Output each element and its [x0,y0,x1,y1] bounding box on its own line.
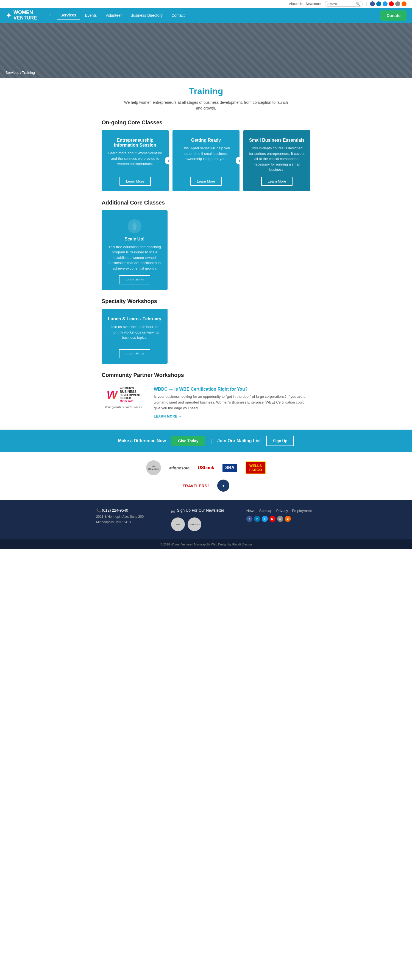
card-scale-up: Scale Up! This free education and coachi… [102,210,168,290]
additional-section-title: Additional Core Classes [102,200,310,206]
learn-more-button-2[interactable]: Learn More [261,177,292,186]
page-title: Training [124,86,288,96]
learn-more-button-1[interactable]: Learn More [190,177,222,186]
logo-text-line2: VENTURE [13,15,37,21]
separator: | [366,2,367,6]
partner-body: Is your business looking for an opportun… [154,394,310,411]
sponsors-row-2: TRAVELERS † ◆ [183,480,230,492]
footer-facebook-icon[interactable]: f [246,516,252,522]
footer-grid: 📞 (612) 224-9540 2021 E Hennepin Ave, Su… [96,508,316,531]
cta-separator: | [211,438,212,444]
ongoing-card-grid: Entrepreneurship Information Session Lea… [102,130,310,191]
logo[interactable]: ✦ WOMEN VENTURE [5,10,37,21]
arrow-icon-0: › [165,157,172,164]
wbdc-text-block: WOMEN'S BUSINESS DEVELOPMENT CENTER Minn… [120,387,141,403]
partner-headline: WBDC — Is WBE Certification Right for Yo… [154,387,310,392]
donate-button[interactable]: Donate [380,10,407,21]
footer-bottom: © 2018 WomenVenture | Minneapolis Web De… [0,539,412,549]
footer-linkedin-icon[interactable]: in [254,516,260,522]
sponsor-us-bank: USbank [198,465,214,470]
footer-youtube-icon[interactable]: ▶ [270,516,275,522]
wbdc-line2: BUSINESS [120,390,141,394]
breadcrumb-services[interactable]: Services [5,70,19,75]
badge-2: WBE STD [188,517,201,531]
breadcrumb-current: Training [22,70,35,75]
footer-col-links: News Sitemap Privacy Employment f in t ▶… [246,508,316,531]
learn-more-button-scale[interactable]: Learn More [119,275,150,285]
card-lunch-learn: Lunch & Learn - February Join us over th… [102,309,168,364]
newsroom-link[interactable]: Newsroom [306,2,322,6]
cta-text1: Make a Difference Now [118,438,166,443]
card-title-scale: Scale Up! [125,237,145,242]
footer-col-newsletter: ✉ Sign Up For Our Newsletter BBB WBE STD [171,508,241,531]
footer-email-icon[interactable]: ✉ [277,516,283,522]
twitter-icon[interactable] [383,2,388,6]
card-getting-ready: Getting Ready This 3-part series will he… [172,130,240,191]
sponsors-section: MN Chamber Minnesota USbank SBA WELLSFAR… [0,452,412,500]
nav-volunteer[interactable]: Volunteer [102,11,125,20]
linkedin-icon[interactable] [376,2,381,6]
footer-rss-icon[interactable]: ◉ [285,516,291,522]
search-input[interactable] [327,2,355,5]
partner-content: WBDC — Is WBE Certification Right for Yo… [154,387,310,418]
card-title-lunch: Lunch & Learn - February [108,317,161,321]
nav-services[interactable]: Services [57,11,80,20]
page-subtitle: We help women entrepreneurs at all stage… [124,100,288,111]
search-wrap: 🔍 [325,1,362,6]
phone-icon: 📞 [96,508,102,512]
wbdc-line4: CENTER [120,397,141,400]
email-icon[interactable] [395,2,400,6]
envelope-icon: ✉ [171,509,175,514]
facebook-icon[interactable] [370,2,375,6]
hero-people-bg [0,23,412,78]
card-desc-1: This 3-part series will help you determi… [178,145,234,172]
sponsor-wells-fargo: WELLSFARGO [246,461,266,474]
card-entrepreneurship: Entrepreneurship Information Session Lea… [102,130,169,191]
learn-more-button-0[interactable]: Learn More [120,177,151,186]
footer-news-link[interactable]: News [246,509,256,513]
about-link[interactable]: About Us [289,2,302,6]
footer-privacy-link[interactable]: Privacy [276,509,288,513]
wbdc-line1: WOMEN'S [120,387,141,390]
badge-1: BBB [171,517,185,531]
partner-learn-more-link[interactable]: LEARN MORE [154,415,182,418]
specialty-section: Specialty Workshops Lunch & Learn - Febr… [96,298,316,364]
sign-up-button[interactable]: Sign Up [266,436,294,446]
arrow-icon-1: › [236,157,243,164]
footer-col-contact: 📞 (612) 224-9540 2021 E Hennepin Ave, Su… [96,508,166,531]
give-today-button[interactable]: Give Today [171,436,205,446]
nav-home[interactable]: ⌂ [45,10,55,21]
card-desc-lunch: Join us over the lunch hour for monthly … [107,324,162,345]
card-desc-scale: This free education and coaching program… [107,244,162,271]
footer-twitter-icon[interactable]: t [262,516,268,522]
rss-icon[interactable] [402,2,407,6]
card-title-1: Getting Ready [191,138,221,143]
additional-card-grid: Scale Up! This free education and coachi… [102,210,310,290]
footer-employment-link[interactable]: Employment [292,509,312,513]
footer-social-icons: f in t ▶ ✉ ◉ [246,516,316,522]
footer-nav-links: News Sitemap Privacy Employment [246,508,316,513]
nav-events[interactable]: Events [82,11,100,20]
sponsor-minnesota: Minnesota [169,466,190,470]
footer-main: 📞 (612) 224-9540 2021 E Hennepin Ave, Su… [0,500,412,539]
learn-more-button-lunch[interactable]: Learn More [119,349,150,358]
search-icon[interactable]: 🔍 [356,2,360,6]
nav-business-directory[interactable]: Business Directory [127,11,166,20]
card-title-2: Small Business Essentials [249,138,305,143]
card-desc-2: This in-depth course is designed for ser… [249,145,305,172]
cta-banner: Make a Difference Now Give Today | Join … [0,430,412,452]
nav-contact[interactable]: Contact [168,11,188,20]
footer-newsletter-label: Sign Up For Our Newsletter [177,508,224,512]
partner-row: W WOMEN'S BUSINESS DEVELOPMENT CENTER Mi… [102,387,310,418]
footer-badges: BBB WBE STD [171,517,241,531]
logo-text-line1: WOMEN [13,10,37,15]
social-icons [370,2,407,6]
card-desc-0: Learn more about WomenVenture and the se… [107,150,163,172]
sponsor-symetra: ◆ [217,480,229,492]
card-small-business: Small Business Essentials This in-depth … [243,130,310,191]
scale-up-icon [126,218,143,234]
main-nav: ✦ WOMEN VENTURE ⌂ Services Events Volunt… [0,8,412,23]
nav-links: ⌂ Services Events Volunteer Business Dir… [45,10,378,21]
youtube-icon[interactable] [389,2,394,6]
footer-sitemap-link[interactable]: Sitemap [259,509,273,513]
